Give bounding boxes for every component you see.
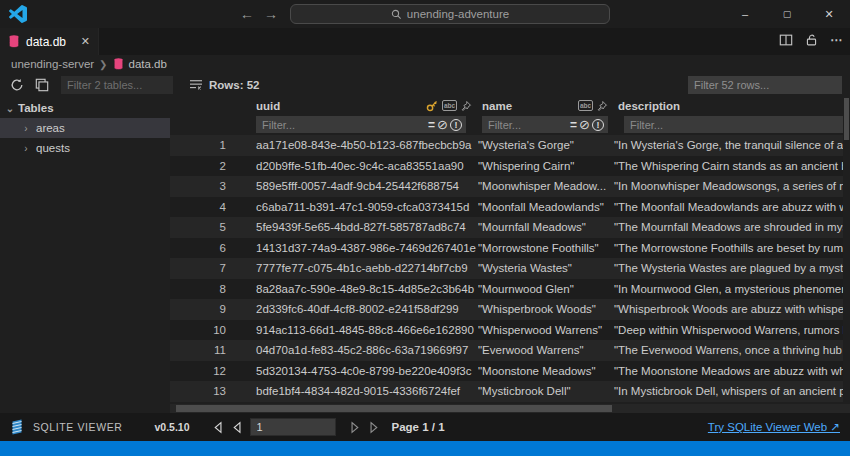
cell-uuid[interactable]: 5d320134-4753-4c0e-8799-be220e409f3c: [256, 365, 478, 377]
cell-uuid[interactable]: 14131d37-74a9-4387-986e-7469d267401e: [256, 242, 478, 254]
uuid-filter[interactable]: = ⊘ !: [256, 116, 466, 133]
cell-uuid[interactable]: 7777fe77-c075-4b1c-aebb-d22714bf7cb9: [256, 262, 478, 274]
sidebar-item-areas[interactable]: › areas: [0, 118, 170, 138]
cell-description[interactable]: "The Wysteria Wastes are plagued by a my…: [614, 262, 850, 274]
tab-close-icon[interactable]: ✕: [81, 35, 90, 48]
tables-tree-header[interactable]: ⌄ Tables: [0, 98, 170, 118]
page-number-input[interactable]: [250, 418, 336, 436]
cell-name[interactable]: "Moonfall Meadowlands": [478, 201, 614, 213]
description-filter[interactable]: = ⊘ !: [624, 116, 850, 133]
vertical-scrollbar[interactable]: [843, 96, 850, 404]
cell-name[interactable]: "Whisperwood Warrens": [478, 324, 614, 336]
cell-uuid[interactable]: bdfe1bf4-4834-482d-9015-4336f6724fef: [256, 385, 478, 397]
command-center-search[interactable]: unending-adventure: [290, 4, 610, 24]
breadcrumb[interactable]: unending-server ❯ data.db: [0, 55, 850, 73]
table-row[interactable]: 9 2d339fc6-40df-4cf8-8002-e241f58df299 "…: [170, 299, 850, 320]
cell-uuid[interactable]: c6aba711-b391-47c1-9059-cfca0373415d: [256, 201, 478, 213]
cell-name[interactable]: "Moonstone Meadows": [478, 365, 614, 377]
filter-equals-icon[interactable]: =: [570, 118, 577, 132]
table-row[interactable]: 13 bdfe1bf4-4834-482d-9015-4336f6724fef …: [170, 381, 850, 402]
cell-description[interactable]: "In Wysteria's Gorge, the tranquil silen…: [614, 139, 850, 151]
cell-uuid[interactable]: 8a28aa7c-590e-48e9-8c15-4d85e2c3b64b: [256, 283, 478, 295]
name-filter-input[interactable]: [488, 119, 570, 131]
cell-description[interactable]: "In Mournwood Glen, a mysterious phenome…: [614, 283, 850, 295]
cell-description[interactable]: "In Moonwhisper Meadowsongs, a series of…: [614, 180, 850, 192]
table-row[interactable]: 3 589e5fff-0057-4adf-9cb4-25442f688754 "…: [170, 176, 850, 197]
cell-description[interactable]: "The Mournfall Meadows are shrouded in m…: [614, 221, 850, 233]
cell-uuid[interactable]: d20b9ffe-51fb-40ec-9c4c-aca83551aa90: [256, 160, 478, 172]
horizontal-scrollbar[interactable]: [170, 404, 850, 413]
refresh-icon[interactable]: [9, 77, 25, 93]
breadcrumb-folder[interactable]: unending-server: [11, 58, 94, 70]
horizontal-scrollbar-thumb[interactable]: [176, 405, 612, 412]
cell-description[interactable]: "The Morrowstone Foothills are beset by …: [614, 242, 850, 254]
cell-description[interactable]: "The Moonstone Meadows are abuzz with wh…: [614, 365, 850, 377]
cell-name[interactable]: "Morrowstone Foothills": [478, 242, 614, 254]
filter-null-icon[interactable]: ⊘: [579, 117, 590, 132]
tab-data-db[interactable]: data.db ✕: [0, 28, 99, 55]
cell-description[interactable]: "The Everwood Warrens, once a thriving h…: [614, 344, 850, 356]
cell-uuid[interactable]: 04d70a1d-fe83-45c2-886c-63a719669f97: [256, 344, 478, 356]
unlock-icon[interactable]: [805, 33, 818, 47]
nav-back-icon[interactable]: ←: [240, 6, 254, 22]
cell-name[interactable]: "Moonwhisper Meadow...: [478, 180, 614, 192]
pivot-table-icon[interactable]: [34, 77, 50, 93]
table-row[interactable]: 7 7777fe77-c075-4b1c-aebb-d22714bf7cb9 "…: [170, 258, 850, 279]
next-page-button[interactable]: [348, 421, 361, 434]
table-row[interactable]: 10 914ac113-66d1-4845-88c8-466e6e162890 …: [170, 320, 850, 341]
column-header-description[interactable]: description: [618, 100, 680, 112]
cell-name[interactable]: "Whisperbrook Woods": [478, 303, 614, 315]
table-row[interactable]: 12 5d320134-4753-4c0e-8799-be220e409f3c …: [170, 361, 850, 382]
cell-name[interactable]: "Mysticbrook Dell": [478, 385, 614, 397]
table-row[interactable]: 5 5fe9439f-5e65-4bdd-827f-585787ad8c74 "…: [170, 217, 850, 238]
more-actions-icon[interactable]: ⋯: [830, 33, 842, 47]
first-page-button[interactable]: [212, 421, 225, 434]
cell-name[interactable]: "Everwood Warrens": [478, 344, 614, 356]
pin-icon[interactable]: [460, 100, 472, 112]
cell-name[interactable]: "Whispering Cairn": [478, 160, 614, 172]
cell-uuid[interactable]: 5fe9439f-5e65-4bdd-827f-585787ad8c74: [256, 221, 478, 233]
breadcrumb-file[interactable]: data.db: [129, 58, 167, 70]
column-header-uuid[interactable]: uuid abc: [256, 99, 478, 112]
cell-name[interactable]: "Wysteria Wastes": [478, 262, 614, 274]
uuid-filter-input[interactable]: [262, 119, 428, 131]
cell-uuid[interactable]: 589e5fff-0057-4adf-9cb4-25442f688754: [256, 180, 478, 192]
cell-name[interactable]: "Wysteria's Gorge": [478, 139, 614, 151]
split-editor-icon[interactable]: [779, 33, 793, 47]
try-web-link[interactable]: Try SQLite Viewer Web ↗: [708, 420, 840, 434]
cell-uuid[interactable]: 2d339fc6-40df-4cf8-8002-e241f58df299: [256, 303, 478, 315]
table-row[interactable]: 6 14131d37-74a9-4387-986e-7469d267401e "…: [170, 238, 850, 259]
filter-equals-icon[interactable]: =: [428, 118, 435, 132]
cell-description[interactable]: "In Mysticbrook Dell, whispers of an anc…: [614, 385, 850, 397]
cell-uuid[interactable]: aa171e08-843e-4b50-b123-687fbecbcb9a: [256, 139, 478, 151]
nav-forward-icon[interactable]: →: [264, 6, 278, 22]
last-page-button[interactable]: [367, 421, 380, 434]
filter-not-icon[interactable]: !: [592, 119, 604, 131]
close-window-button[interactable]: ✕: [808, 0, 850, 28]
previous-page-button[interactable]: [231, 421, 244, 434]
maximize-button[interactable]: ▢: [766, 0, 808, 28]
filter-not-icon[interactable]: !: [450, 119, 462, 131]
table-row[interactable]: 8 8a28aa7c-590e-48e9-8c15-4d85e2c3b64b "…: [170, 279, 850, 300]
vertical-scrollbar-thumb[interactable]: [844, 98, 849, 140]
filter-null-icon[interactable]: ⊘: [437, 117, 448, 132]
table-row[interactable]: 2 d20b9ffe-51fb-40ec-9c4c-aca83551aa90 "…: [170, 156, 850, 177]
cell-name[interactable]: "Mournfall Meadows": [478, 221, 614, 233]
cell-name[interactable]: "Mournwood Glen": [478, 283, 614, 295]
filter-tables-input[interactable]: [61, 76, 173, 94]
sidebar-item-quests[interactable]: › quests: [0, 138, 170, 158]
cell-description[interactable]: "The Whispering Cairn stands as an ancie…: [614, 160, 850, 172]
cell-uuid[interactable]: 914ac113-66d1-4845-88c8-466e6e162890: [256, 324, 478, 336]
minimize-button[interactable]: –: [724, 0, 766, 28]
pin-icon[interactable]: [596, 100, 608, 112]
description-filter-input[interactable]: [630, 119, 850, 131]
table-row[interactable]: 1 aa171e08-843e-4b50-b123-687fbecbcb9a "…: [170, 135, 850, 156]
column-header-name[interactable]: name abc: [482, 100, 614, 112]
cell-description[interactable]: "Whisperbrook Woods are abuzz with whisp…: [614, 303, 850, 315]
table-row[interactable]: 11 04d70a1d-fe83-45c2-886c-63a719669f97 …: [170, 340, 850, 361]
filter-rows-input[interactable]: [688, 76, 842, 94]
name-filter[interactable]: = ⊘ !: [482, 116, 608, 133]
table-row[interactable]: 4 c6aba711-b391-47c1-9059-cfca0373415d "…: [170, 197, 850, 218]
cell-description[interactable]: "The Moonfall Meadowlands are abuzz with…: [614, 201, 850, 213]
cell-description[interactable]: "Deep within Whisperwood Warrens, rumors…: [614, 324, 850, 336]
